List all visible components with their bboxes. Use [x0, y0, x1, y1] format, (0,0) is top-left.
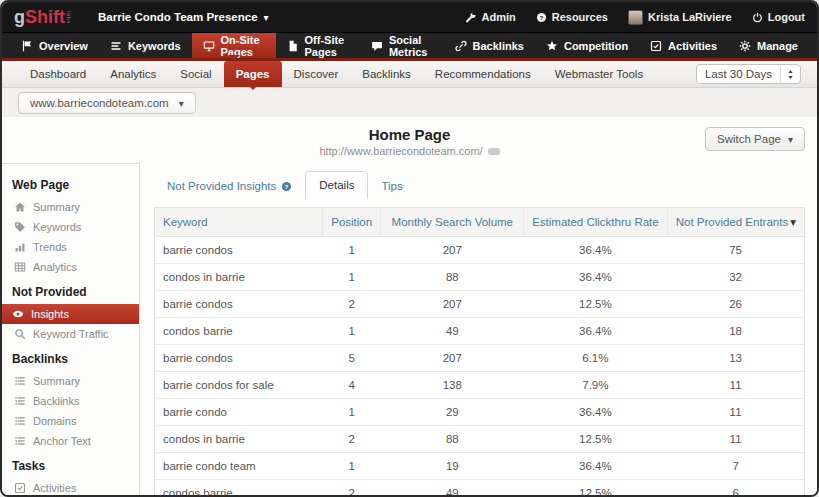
sidebar-item-summary[interactable]: Summary — [12, 197, 133, 217]
subnav-dashboard[interactable]: Dashboard — [18, 61, 98, 87]
column-label: Monthly Search Volume — [392, 216, 513, 228]
nav-off-site-pages[interactable]: Off-Site Pages — [276, 33, 360, 58]
table-row: condos barrie14936.4%18 — [155, 318, 805, 345]
subnav-backlinks[interactable]: Backlinks — [350, 61, 423, 87]
sidebar-item-backlinks[interactable]: Backlinks — [12, 391, 133, 411]
table-cell: 19 — [381, 453, 524, 480]
column-header-not-provided-entrants[interactable]: Not Provided Entrants — [667, 208, 804, 237]
nav-activities[interactable]: Activities — [639, 33, 728, 58]
subnav-analytics[interactable]: Analytics — [98, 61, 168, 87]
table-cell: 7 — [667, 453, 804, 480]
tab-label: Not Provided Insights — [167, 180, 276, 192]
tab-details[interactable]: Details — [305, 171, 368, 199]
table-row: barrie condos52076.1%13 — [155, 345, 805, 372]
nav-label: Keywords — [128, 40, 181, 52]
nav-label: Manage — [757, 40, 798, 52]
column-header-estimated-clickthru-rate[interactable]: Estimated Clickthru Rate — [524, 208, 668, 237]
sidebar-item-trends[interactable]: Trends — [12, 237, 133, 257]
check-square-icon — [650, 40, 662, 52]
nav-keywords[interactable]: Keywords — [99, 33, 192, 58]
resources-link[interactable]: ? Resources — [536, 11, 608, 23]
logo-text-labs: labs — [66, 11, 72, 24]
table-cell: 207 — [381, 237, 524, 264]
page-url: http://www.barriecondoteam.com/ — [319, 145, 499, 157]
table-cell: 207 — [381, 291, 524, 318]
table-cell: 36.4% — [524, 399, 668, 426]
nav-social-metrics[interactable]: Social Metrics — [360, 33, 444, 58]
question-circle-icon: ? — [281, 181, 292, 192]
sidebar-item-analytics[interactable]: Analytics — [12, 257, 133, 277]
table-cell: 2 — [322, 480, 380, 496]
subnav-discover[interactable]: Discover — [282, 61, 351, 87]
subnav-webmaster-tools[interactable]: Webmaster Tools — [543, 61, 655, 87]
table-cell: condos barrie — [155, 480, 323, 496]
table-cell: 11 — [667, 426, 804, 453]
nav-overview[interactable]: Overview — [10, 33, 99, 58]
logout-link[interactable]: Logout — [752, 11, 805, 23]
column-label: Estimated Clickthru Rate — [532, 216, 659, 228]
sidebar-item-keywords[interactable]: Keywords — [12, 217, 133, 237]
table-cell: 36.4% — [524, 237, 668, 264]
table-cell: 1 — [322, 453, 380, 480]
sidebar-item-keyword-traffic[interactable]: Keyword Traffic — [12, 324, 133, 344]
nav-manage[interactable]: Manage — [728, 33, 809, 58]
admin-link[interactable]: Admin — [465, 11, 515, 23]
table-cell: 36.4% — [524, 318, 668, 345]
column-header-monthly-search-volume[interactable]: Monthly Search Volume — [381, 208, 524, 237]
column-label: Keyword — [163, 216, 208, 228]
table-row: barrie condo12936.4%11 — [155, 399, 805, 426]
table-cell: 5 — [322, 345, 380, 372]
table-cell: 6 — [667, 480, 804, 496]
flag-icon — [21, 40, 33, 52]
project-selector[interactable]: Barrie Condo Team Presence — [98, 11, 269, 23]
subnav-recommendations[interactable]: Recommendations — [423, 61, 543, 87]
table-cell: 49 — [381, 318, 524, 345]
svg-text:?: ? — [539, 13, 543, 20]
sidebar-item-insights[interactable]: Insights — [2, 304, 139, 324]
sidebar-item-label: Activities — [33, 482, 76, 494]
column-header-position[interactable]: Position — [322, 208, 380, 237]
tab-tips[interactable]: Tips — [368, 173, 415, 199]
sidebar-item-label: Keyword Traffic — [33, 328, 109, 340]
switch-page-button[interactable]: Switch Page — [705, 127, 805, 151]
subnav-social[interactable]: Social — [168, 61, 223, 87]
user-menu[interactable]: Krista LaRiviere — [628, 10, 732, 25]
sidebar-item-label: Insights — [31, 308, 69, 320]
date-range-select[interactable]: Last 30 Days — [696, 64, 801, 84]
table-cell: condos in barrie — [155, 426, 323, 453]
table-cell: barrie condo team — [155, 453, 323, 480]
tab-not-provided-insights[interactable]: Not Provided Insights? — [154, 173, 305, 199]
desktop-icon — [203, 40, 215, 52]
nav-on-site-pages[interactable]: On-Site Pages — [192, 33, 276, 58]
sub-nav-items: DashboardAnalyticsSocialPagesDiscoverBac… — [18, 61, 655, 87]
sidebar-item-anchor-text[interactable]: Anchor Text — [12, 431, 133, 451]
nav-competition[interactable]: Competition — [535, 33, 639, 58]
star-icon — [546, 40, 558, 52]
list-icon — [14, 395, 26, 407]
link-icon — [455, 40, 467, 52]
column-label: Position — [331, 216, 372, 228]
sidebar-item-domains[interactable]: Domains — [12, 411, 133, 431]
sidebar-item-label: Keywords — [33, 221, 81, 233]
sidebar-item-summary[interactable]: Summary — [12, 371, 133, 391]
table-cell: 88 — [381, 426, 524, 453]
gshift-logo[interactable]: gShiftlabs — [14, 7, 72, 27]
nav-backlinks[interactable]: Backlinks — [444, 33, 535, 58]
gear-icon — [739, 40, 751, 52]
sub-nav: DashboardAnalyticsSocialPagesDiscoverBac… — [2, 61, 817, 88]
table-cell: 49 — [381, 480, 524, 496]
sidebar-group-web-page: Web Page — [12, 178, 133, 192]
sidebar-item-activities[interactable]: Activities — [12, 478, 133, 495]
domain-label: www.barriecondoteam.com — [30, 97, 169, 109]
domain-selector[interactable]: www.barriecondoteam.com — [18, 92, 196, 114]
table-cell: 11 — [667, 399, 804, 426]
table-icon — [14, 261, 26, 273]
sidebar-item-label: Summary — [33, 201, 80, 213]
column-header-keyword[interactable]: Keyword — [155, 208, 323, 237]
list-alt-icon — [110, 40, 122, 52]
page-title: Home Page — [2, 126, 817, 143]
table-row: barrie condos for sale41387.9%11 — [155, 372, 805, 399]
table-cell: condos barrie — [155, 318, 323, 345]
check-square-icon — [14, 482, 26, 494]
eye-icon — [12, 308, 24, 320]
